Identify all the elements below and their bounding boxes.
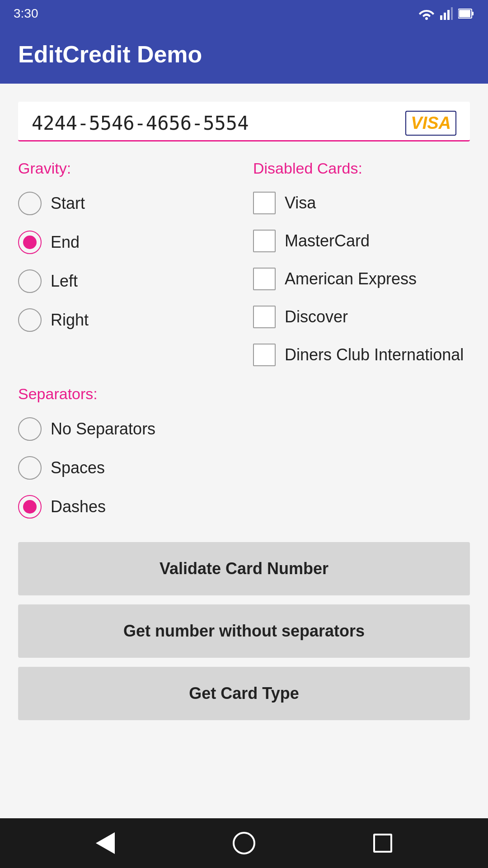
svg-rect-7	[459, 10, 470, 17]
home-button[interactable]	[226, 825, 262, 861]
svg-rect-4	[451, 7, 453, 20]
svg-rect-1	[440, 15, 442, 20]
card-mastercard-label: MasterCard	[285, 231, 370, 250]
sep-none-item[interactable]: No Separators	[18, 412, 470, 446]
nav-bar	[0, 818, 488, 868]
card-visa-checkbox[interactable]	[253, 192, 276, 214]
card-amex-item[interactable]: American Express	[253, 262, 470, 296]
gravity-end-label: End	[51, 233, 80, 252]
disabled-cards-label: Disabled Cards:	[253, 160, 470, 177]
gravity-left-radio[interactable]	[18, 269, 42, 293]
recents-button[interactable]	[365, 825, 401, 861]
sep-spaces-label: Spaces	[51, 458, 105, 477]
sep-dashes-label: Dashes	[51, 497, 106, 516]
svg-point-0	[425, 17, 428, 20]
gravity-end-item[interactable]: End	[18, 225, 235, 259]
card-discover-checkbox[interactable]	[253, 306, 276, 328]
app-bar-title: EditCredit Demo	[18, 41, 202, 67]
separators-radio-group: No Separators Spaces Dashes	[18, 412, 470, 524]
status-bar: 3:30	[0, 0, 488, 27]
status-time: 3:30	[14, 6, 38, 21]
card-mastercard-item[interactable]: MasterCard	[253, 224, 470, 258]
signal-icon	[440, 7, 453, 20]
svg-rect-3	[447, 10, 450, 20]
disabled-cards-section: Disabled Cards: Visa MasterCard American…	[253, 160, 470, 372]
validate-button[interactable]: Validate Card Number	[18, 542, 470, 595]
svg-rect-2	[444, 13, 446, 20]
back-button[interactable]	[87, 825, 123, 861]
card-diners-item[interactable]: Diners Club International	[253, 338, 470, 372]
options-row: Gravity: Start End Left	[18, 160, 470, 372]
svg-rect-6	[472, 12, 474, 15]
get-number-button[interactable]: Get number without separators	[18, 604, 470, 658]
visa-logo: VISA	[405, 111, 456, 136]
get-type-button[interactable]: Get Card Type	[18, 667, 470, 720]
main-content: VISA Gravity: Start End	[0, 84, 488, 818]
card-amex-label: American Express	[285, 269, 417, 288]
gravity-section: Gravity: Start End Left	[18, 160, 235, 372]
app-bar: EditCredit Demo	[0, 27, 488, 84]
wifi-icon	[418, 7, 435, 20]
gravity-start-label: Start	[51, 194, 85, 213]
sep-none-radio[interactable]	[18, 417, 42, 441]
card-amex-checkbox[interactable]	[253, 268, 276, 290]
card-diners-label: Diners Club International	[285, 345, 464, 364]
back-icon	[96, 832, 115, 854]
sep-dashes-radio-inner	[23, 500, 37, 514]
card-discover-item[interactable]: Discover	[253, 300, 470, 334]
sep-dashes-item[interactable]: Dashes	[18, 490, 470, 524]
gravity-left-label: Left	[51, 272, 78, 291]
sep-spaces-item[interactable]: Spaces	[18, 451, 470, 485]
card-number-input[interactable]	[32, 112, 405, 134]
sep-none-label: No Separators	[51, 420, 155, 439]
card-visa-item[interactable]: Visa	[253, 186, 470, 220]
sep-spaces-radio[interactable]	[18, 456, 42, 480]
gravity-right-label: Right	[51, 311, 89, 330]
gravity-label: Gravity:	[18, 160, 235, 177]
home-icon	[233, 832, 255, 854]
recents-icon	[373, 834, 392, 853]
gravity-radio-group: Start End Left Right	[18, 186, 235, 337]
gravity-start-radio[interactable]	[18, 192, 42, 215]
gravity-end-radio-inner	[23, 236, 37, 249]
card-diners-checkbox[interactable]	[253, 344, 276, 366]
gravity-right-item[interactable]: Right	[18, 303, 235, 337]
card-discover-label: Discover	[285, 307, 348, 326]
disabled-cards-checkbox-group: Visa MasterCard American Express Discove…	[253, 186, 470, 372]
separators-label: Separators:	[18, 385, 470, 403]
gravity-start-item[interactable]: Start	[18, 186, 235, 221]
battery-icon	[458, 8, 474, 19]
gravity-left-item[interactable]: Left	[18, 264, 235, 298]
sep-dashes-radio[interactable]	[18, 495, 42, 519]
card-visa-label: Visa	[285, 193, 316, 212]
card-mastercard-checkbox[interactable]	[253, 230, 276, 252]
status-icons	[418, 7, 474, 20]
gravity-right-radio[interactable]	[18, 308, 42, 332]
separators-section: Separators: No Separators Spaces Dashes	[18, 385, 470, 524]
card-input-container[interactable]: VISA	[18, 102, 470, 142]
gravity-end-radio[interactable]	[18, 231, 42, 254]
